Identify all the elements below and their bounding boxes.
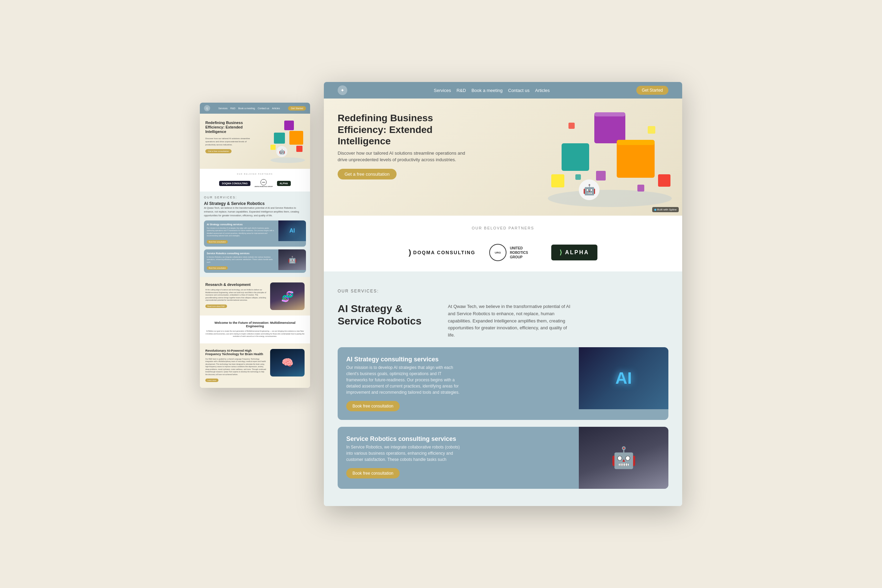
svg-point-8 <box>548 190 672 207</box>
small-ai-card-image: AI <box>278 220 306 241</box>
large-ai-badge: AI <box>615 369 632 387</box>
spline-badge: Built with Spline <box>652 207 679 212</box>
small-nav-articles[interactable]: Articles <box>272 107 280 110</box>
small-partners: OUR BELOVED PARTNERS DOQMA CONSULTING UR… <box>200 169 310 192</box>
small-rd-image: 🧬 <box>270 282 304 310</box>
small-ai-card-title: AI Strategy consulting services <box>207 223 276 226</box>
small-nav-services[interactable]: Services <box>218 107 228 110</box>
alpha-box: ⟩ ALPHA <box>551 244 597 260</box>
spline-dot <box>654 209 656 211</box>
large-services-desc: At Qwaw Tech, we believe in the transfor… <box>448 303 572 339</box>
large-ai-card-content: AI Strategy consulting services Our miss… <box>338 347 579 420</box>
svg-point-7 <box>270 158 305 163</box>
small-multidim-title: Welcome to the Future of Innovation: Mul… <box>206 321 304 328</box>
small-robotics-card: Service Robotics consulting services In … <box>204 249 306 273</box>
large-services-right: At Qwaw Tech, we believe in the transfor… <box>448 300 668 339</box>
large-mockup: ✦ Services R&D Book a meeting Contact us… <box>324 82 682 506</box>
small-partners-logos: DOQMA CONSULTING URG UNITED ROBOTICS GRO… <box>219 179 291 188</box>
small-hero-text: Redefining Business Efficiency: Extended… <box>206 120 304 153</box>
large-robotics-card-text: In Service Robotics, we integrate collab… <box>346 444 464 463</box>
large-services-layout: AI Strategy & Service Robotics At Qwaw T… <box>338 300 668 339</box>
large-ai-card-title: AI Strategy consulting services <box>346 356 570 363</box>
urg-icon: URG <box>261 179 267 185</box>
small-nav-rd[interactable]: R&D <box>231 107 236 110</box>
large-ai-card-btn[interactable]: Book free consultation <box>346 401 400 411</box>
large-nav-cta[interactable]: Get Started <box>636 86 668 95</box>
small-nav: Q Services R&D Book a meeting Contact us… <box>200 103 310 114</box>
small-brain-content: Revolutionary AI-Powered High Frequency … <box>206 349 267 383</box>
large-nav-links: Services R&D Book a meeting Contact us A… <box>434 88 549 93</box>
large-robotics-card-content: Service Robotics consulting services In … <box>338 427 579 489</box>
large-hero: Redefining Business Efficiency: Extended… <box>324 99 682 216</box>
large-robotics-card-image: 🤖 <box>579 427 668 489</box>
small-ai-card-btn[interactable]: Book free consultation <box>207 240 228 243</box>
large-partners-logos: ) DOQMA CONSULTING URG UNITED ROBOTICS G… <box>409 244 597 261</box>
small-services: OUR SERVICES: AI Strategy & Service Robo… <box>200 192 310 277</box>
small-robotics-card-image: 🤖 <box>278 249 306 270</box>
large-ai-card-text: Our mission is to develop AI strategies … <box>346 364 464 396</box>
small-hero-cta[interactable]: Get a free consultation <box>206 149 231 153</box>
small-nav-logo: Q <box>204 105 210 111</box>
small-multidim-text: At Bidime our goal is to create the next… <box>206 330 304 338</box>
large-nav-articles[interactable]: Articles <box>535 88 550 93</box>
small-brain: Revolutionary AI-Powered High Frequency … <box>200 344 310 388</box>
small-brain-title: Revolutionary AI-Powered High Frequency … <box>206 349 267 356</box>
small-rd: Research & development At the cutting ed… <box>200 277 310 315</box>
large-robotics-card-btn[interactable]: Book free consultation <box>346 468 400 478</box>
large-partner-doqma: ) DOQMA CONSULTING <box>409 248 476 257</box>
large-services-left: AI Strategy & Service Robotics <box>338 300 434 327</box>
small-hero: Redefining Business Efficiency: Extended… <box>200 114 310 169</box>
small-services-desc: At Qwaw Tech, we believe in the transfor… <box>204 206 306 218</box>
small-multidim: Welcome to the Future of Innovation: Mul… <box>200 315 310 344</box>
small-services-title: AI Strategy & Service Robotics <box>204 201 306 206</box>
scene: Q Services R&D Book a meeting Contact us… <box>200 82 682 506</box>
large-nav-book[interactable]: Book a meeting <box>471 88 502 93</box>
small-nav-links: Services R&D Book a meeting Contact us A… <box>218 107 280 110</box>
small-nav-cta[interactable]: Get Started <box>288 106 306 111</box>
large-nav-rd[interactable]: R&D <box>456 88 466 93</box>
small-nav-book[interactable]: Book a meeting <box>238 107 255 110</box>
urg-circle-icon: URG <box>489 244 507 261</box>
small-brain-text: Our R&D team is guided by a shared Langu… <box>206 358 267 376</box>
doqma-text: DOQMA CONSULTING <box>413 250 476 255</box>
large-robotics-card-title: Service Robotics consulting services <box>346 435 570 442</box>
large-ai-card-image: AI <box>579 347 668 409</box>
large-ai-card: AI Strategy consulting services Our miss… <box>338 347 668 420</box>
small-ai-badge: AI <box>290 228 295 234</box>
small-rd-text: At the cutting edge of science and techn… <box>206 289 267 302</box>
alpha-bird: ⟩ <box>560 249 563 256</box>
large-hero-text: Redefining Business Efficiency: Extended… <box>338 112 668 180</box>
svg-text:🤖: 🤖 <box>583 184 596 196</box>
small-mockup: Q Services R&D Book a meeting Contact us… <box>200 103 310 388</box>
large-services: OUR SERVICES: AI Strategy & Service Robo… <box>324 272 682 506</box>
large-partner-alpha: ⟩ ALPHA <box>551 244 597 260</box>
small-nav-contact[interactable]: Contact us <box>258 107 269 110</box>
large-hero-title: Redefining Business Efficiency: Extended… <box>338 112 469 147</box>
large-hero-subtitle: Discover how our tailored AI solutions s… <box>338 150 469 163</box>
large-nav: ✦ Services R&D Book a meeting Contact us… <box>324 82 682 99</box>
urg-text: UNITED ROBOTICS GROUP <box>510 246 537 260</box>
small-robotics-card-content: Service Robotics consulting services In … <box>204 249 278 273</box>
large-nav-logo: ✦ <box>338 86 347 95</box>
small-hero-title: Redefining Business Efficiency: Extended… <box>206 120 250 134</box>
small-partners-label: OUR BELOVED PARTNERS <box>237 173 273 175</box>
large-services-label: OUR SERVICES: <box>338 289 668 294</box>
large-robotics-card: Service Robotics consulting services In … <box>338 427 668 489</box>
small-rd-btn[interactable]: Read more about R&D <box>206 304 227 308</box>
small-ai-card: AI Strategy consulting services Our miss… <box>204 220 306 247</box>
large-partner-urg: URG UNITED ROBOTICS GROUP <box>489 244 537 261</box>
large-hero-cta[interactable]: Get a free consultation <box>338 169 396 180</box>
small-robotics-card-title: Service Robotics consulting services <box>207 252 276 255</box>
small-services-label: OUR SERVICES: <box>204 196 306 199</box>
small-brain-image: 🧠 <box>270 349 304 376</box>
large-nav-services[interactable]: Services <box>434 88 451 93</box>
small-partner-alpha: ALPHA <box>277 181 291 186</box>
svg-rect-21 <box>638 184 644 192</box>
small-brain-btn[interactable]: Learn more <box>206 379 218 382</box>
small-robotics-card-btn[interactable]: Book free consultation <box>207 266 228 270</box>
large-partners-label: OUR BELOVED PARTNERS <box>472 226 534 230</box>
small-rd-content: Research & development At the cutting ed… <box>206 282 267 310</box>
small-hero-subtitle: Discover how our tailored AI solutions s… <box>206 137 254 146</box>
small-ai-card-content: AI Strategy consulting services Our miss… <box>204 220 278 247</box>
large-nav-contact[interactable]: Contact us <box>508 88 530 93</box>
